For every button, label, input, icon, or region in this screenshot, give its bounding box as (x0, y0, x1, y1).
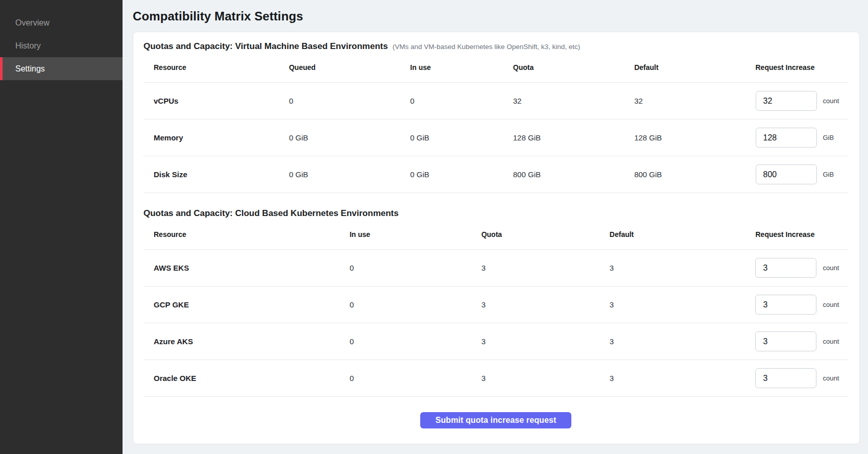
request-increase-input[interactable] (756, 91, 817, 111)
table-row: GCP GKE033count (143, 286, 848, 323)
request-increase-cell: count (745, 360, 848, 397)
main-content: Compatibility Matrix Settings Quotas and… (123, 0, 868, 454)
request-increase-cell: count (745, 286, 848, 323)
request-increase-input[interactable] (755, 295, 816, 315)
table-header-row: ResourceIn useQuotaDefaultRequest Increa… (143, 220, 848, 250)
resource-name: Memory (143, 120, 279, 156)
request-increase-cell: GiB (745, 120, 849, 156)
quota-section: Quotas and Capacity: Cloud Based Kuberne… (143, 207, 848, 397)
unit-label: count (823, 337, 839, 346)
request-increase-wrap: count (755, 331, 848, 351)
table-row: Azure AKS033count (143, 323, 848, 360)
value-cell: 3 (471, 286, 599, 323)
column-header: Quota (471, 220, 599, 250)
submit-quota-button[interactable]: Submit quota increase request (420, 412, 572, 428)
value-cell: 800 GiB (503, 156, 624, 193)
value-cell: 32 (624, 83, 745, 120)
value-cell: 0 (340, 360, 471, 397)
value-cell: 3 (471, 323, 599, 360)
value-cell: 0 (340, 323, 471, 360)
settings-card: Quotas and Capacity: Virtual Machine Bas… (133, 32, 860, 444)
value-cell: 32 (503, 83, 624, 120)
request-increase-cell: GiB (745, 156, 849, 193)
request-increase-wrap: GiB (756, 128, 849, 148)
page-title: Compatibility Matrix Settings (133, 9, 860, 23)
column-header: In use (400, 53, 502, 83)
value-cell: 0 GiB (400, 120, 502, 156)
table-row: Memory0 GiB0 GiB128 GiB128 GiBGiB (143, 120, 848, 156)
value-cell: 3 (599, 323, 745, 360)
value-cell: 800 GiB (624, 156, 745, 193)
request-increase-wrap: count (755, 295, 848, 315)
value-cell: 3 (471, 360, 599, 397)
unit-label: count (823, 97, 839, 106)
resource-name: AWS EKS (143, 250, 340, 286)
sidebar: Overview History Settings (0, 0, 123, 454)
value-cell: 128 GiB (503, 120, 624, 156)
table-row: vCPUs003232count (143, 83, 848, 120)
value-cell: 3 (471, 250, 599, 286)
unit-label: count (823, 264, 839, 273)
value-cell: 0 GiB (279, 120, 400, 156)
quota-table: ResourceIn useQuotaDefaultRequest Increa… (143, 220, 848, 397)
request-increase-wrap: GiB (756, 164, 849, 184)
value-cell: 0 (279, 83, 400, 120)
column-header: Resource (143, 220, 340, 250)
unit-label: GiB (823, 170, 834, 179)
resource-name: vCPUs (143, 83, 279, 120)
resource-name: GCP GKE (143, 286, 340, 323)
column-header: Resource (143, 53, 279, 83)
request-increase-cell: count (745, 250, 848, 286)
table-row: Oracle OKE033count (143, 360, 848, 397)
sidebar-item-overview[interactable]: Overview (0, 11, 123, 34)
section-title: Quotas and Capacity: Virtual Machine Bas… (143, 40, 388, 53)
unit-label: count (823, 300, 839, 309)
section-subtitle: (VMs and VM-based Kubernetes like OpenSh… (393, 43, 581, 51)
column-header: Default (599, 220, 745, 250)
column-header: Request Increase (745, 53, 849, 83)
table-header-row: ResourceQueuedIn useQuotaDefaultRequest … (143, 53, 848, 83)
resource-name: Disk Size (143, 156, 279, 193)
table-row: AWS EKS033count (143, 250, 848, 286)
resource-name: Azure AKS (143, 323, 340, 360)
request-increase-wrap: count (755, 368, 848, 388)
quota-section: Quotas and Capacity: Virtual Machine Bas… (143, 40, 848, 193)
section-title: Quotas and Capacity: Cloud Based Kuberne… (143, 207, 399, 220)
value-cell: 128 GiB (624, 120, 745, 156)
quota-table: ResourceQueuedIn useQuotaDefaultRequest … (143, 53, 848, 193)
request-increase-input[interactable] (755, 258, 816, 278)
unit-label: count (823, 374, 839, 383)
column-header: In use (340, 220, 471, 250)
section-heading: Quotas and Capacity: Virtual Machine Bas… (143, 40, 848, 53)
request-increase-wrap: count (756, 91, 849, 111)
value-cell: 3 (599, 286, 745, 323)
button-row: Submit quota increase request (143, 412, 848, 428)
request-increase-input[interactable] (756, 164, 817, 184)
column-header: Quota (503, 53, 624, 83)
unit-label: GiB (823, 133, 834, 142)
value-cell: 3 (599, 360, 745, 397)
sidebar-item-history[interactable]: History (0, 34, 123, 57)
value-cell: 0 GiB (279, 156, 400, 193)
column-header: Request Increase (745, 220, 848, 250)
request-increase-wrap: count (755, 258, 848, 278)
request-increase-cell: count (745, 323, 848, 360)
value-cell: 0 (340, 250, 471, 286)
sidebar-item-settings[interactable]: Settings (0, 57, 123, 80)
table-row: Disk Size0 GiB0 GiB800 GiB800 GiBGiB (143, 156, 848, 193)
request-increase-cell: count (745, 83, 849, 120)
request-increase-input[interactable] (755, 331, 816, 351)
value-cell: 0 (340, 286, 471, 323)
section-heading: Quotas and Capacity: Cloud Based Kuberne… (143, 207, 848, 220)
column-header: Default (624, 53, 745, 83)
request-increase-input[interactable] (756, 128, 817, 148)
value-cell: 3 (599, 250, 745, 286)
value-cell: 0 GiB (400, 156, 502, 193)
resource-name: Oracle OKE (143, 360, 340, 397)
value-cell: 0 (400, 83, 502, 120)
column-header: Queued (279, 53, 400, 83)
request-increase-input[interactable] (755, 368, 816, 388)
